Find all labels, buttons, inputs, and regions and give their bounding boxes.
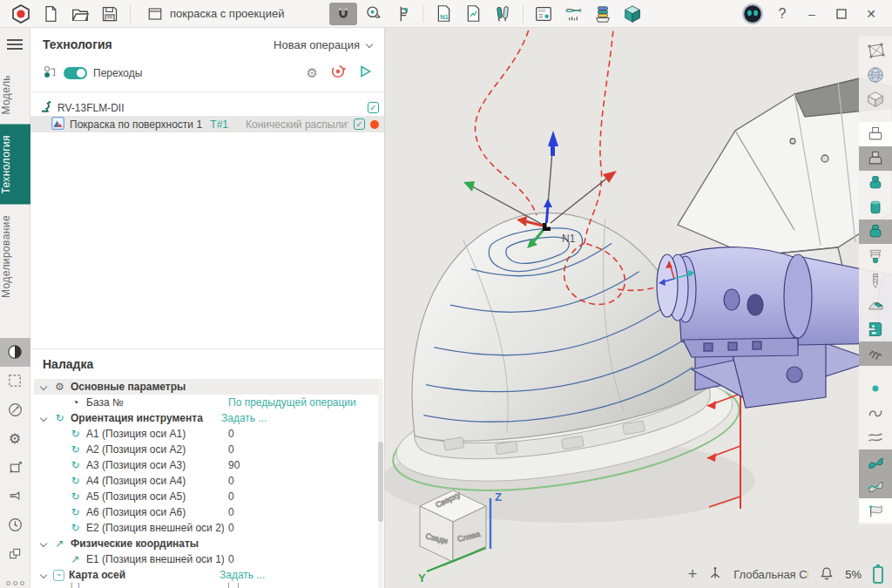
param-value[interactable]: 0 <box>228 443 234 456</box>
tool-striped-icon[interactable] <box>859 244 892 268</box>
windows-cascade-icon[interactable] <box>0 539 30 568</box>
transform-icon[interactable] <box>0 453 30 482</box>
param-row[interactable]: ↻Ориентация инструментаЗадать ... <box>30 410 384 426</box>
workpiece-icon[interactable] <box>859 293 892 317</box>
curve-icon[interactable] <box>859 401 892 425</box>
add-cs-button[interactable]: + <box>688 565 698 584</box>
tab-model[interactable]: Модель <box>0 64 30 125</box>
new-document-button[interactable] <box>37 3 64 25</box>
layers-stack-button[interactable] <box>589 3 617 25</box>
param-row[interactable]: ~Карта осейЗадать ... <box>30 567 384 583</box>
param-value[interactable]: 0 <box>228 428 234 440</box>
help-button[interactable]: ? <box>768 3 796 25</box>
active-cs-selector[interactable]: Глобальная СК <box>733 568 808 581</box>
surface-gradient-icon[interactable] <box>859 474 892 498</box>
overflow-dots-icon[interactable] <box>0 568 30 588</box>
checkbox-checked-icon[interactable]: ✓ <box>354 118 365 130</box>
param-group-header[interactable]: ⚙Основные параметры <box>34 379 381 395</box>
minimize-button[interactable]: – <box>798 3 826 25</box>
new-operation-dropdown[interactable]: Новая операция <box>274 38 372 51</box>
param-row[interactable]: ◔База №По предыдущей операции <box>30 395 384 410</box>
tool-holder-active-icon[interactable] <box>859 146 892 171</box>
assistant-robot-button[interactable] <box>739 3 767 25</box>
param-row[interactable]: ↻E2 (Позиция внешней оси 2)0 <box>30 520 384 536</box>
3d-model-button[interactable] <box>618 3 646 25</box>
rotate-icon: ↻ <box>69 443 82 456</box>
mesh-sphere-icon[interactable] <box>859 63 892 87</box>
param-value[interactable]: 0 <box>228 490 234 503</box>
surface-teal-icon[interactable] <box>859 449 892 474</box>
param-label: База № <box>86 396 224 409</box>
param-value[interactable]: По предыдущей операции <box>228 396 356 409</box>
param-row[interactable]: ↗Физические координаты <box>30 536 384 551</box>
param-row[interactable]: ↗E1 (Позиция внешней оси 1)0 <box>30 551 384 567</box>
control-panel-button[interactable] <box>530 3 558 25</box>
param-value[interactable]: 0 <box>228 506 234 518</box>
document-tab[interactable]: покраска с проекцией <box>137 6 294 22</box>
tool-drill-icon[interactable] <box>859 268 892 293</box>
tool-cylinder-teal-icon[interactable] <box>859 195 892 220</box>
recalculate-icon[interactable] <box>330 64 346 82</box>
measure-tape-button[interactable] <box>359 3 387 25</box>
app-logo-icon[interactable] <box>7 3 35 25</box>
param-row[interactable]: ↻A4 (Позиция оси A4)0 <box>30 473 384 489</box>
zoom-level[interactable]: 5% <box>845 568 862 581</box>
tool-teal-2-icon[interactable] <box>859 220 892 244</box>
tool-teal-icon[interactable] <box>859 171 892 195</box>
param-row[interactable]: ▢ <box>30 583 384 588</box>
tab-simulation[interactable]: Моделирование <box>0 205 30 308</box>
operation-settings-gear-icon[interactable]: ⚙ <box>307 65 318 81</box>
render-mode-icon[interactable] <box>0 338 30 367</box>
main-menu-button[interactable] <box>7 37 23 52</box>
mesh-box-icon[interactable] <box>859 87 892 112</box>
selection-filter-icon[interactable] <box>0 367 30 395</box>
open-document-button[interactable] <box>66 3 94 25</box>
param-action-link[interactable]: Задать ... <box>220 569 265 581</box>
spray-tool-icon[interactable] <box>0 482 30 510</box>
param-value[interactable]: 0 <box>228 522 234 534</box>
machine-icon[interactable] <box>859 317 892 341</box>
magnet-snap-button[interactable] <box>329 3 357 25</box>
checkbox-unchecked-icon[interactable] <box>228 583 239 588</box>
time-gauge-icon[interactable] <box>0 510 30 539</box>
hatch-icon[interactable] <box>859 341 892 366</box>
graphs-button[interactable] <box>559 3 587 25</box>
coordinate-system-icon[interactable] <box>708 566 722 583</box>
save-document-button[interactable] <box>96 3 124 25</box>
point-icon[interactable] <box>859 376 892 401</box>
param-row[interactable]: ↻A5 (Позиция оси A5)0 <box>30 489 384 504</box>
tab-technology[interactable]: Технология <box>0 125 30 205</box>
mesh-plane-icon[interactable] <box>859 38 892 63</box>
close-button[interactable]: ✕ <box>857 3 885 25</box>
axis-z-label: Z <box>495 490 502 504</box>
param-value[interactable]: 0 <box>228 475 234 487</box>
param-row[interactable]: ↻A2 (Позиция оси A2)0 <box>30 442 384 457</box>
checkbox-checked-icon[interactable]: ✓ <box>368 102 379 113</box>
tools-library-button[interactable] <box>489 3 517 25</box>
transitions-toggle[interactable] <box>64 67 87 79</box>
compass-icon[interactable] <box>0 395 30 424</box>
nc-program-button[interactable]: N1 <box>429 3 457 25</box>
maximize-button[interactable] <box>828 3 855 25</box>
notifications-bell-icon[interactable] <box>820 566 834 584</box>
tool-holder-icon[interactable] <box>859 122 892 146</box>
viewport-3d[interactable]: N1 Сверху Сзади Слева Z Y <box>385 28 892 588</box>
rotate-icon: ↻ <box>69 506 82 518</box>
tree-row-machine[interactable]: RV-13FLM-DII ✓ <box>30 99 384 116</box>
panel-scrollbar[interactable] <box>378 379 383 588</box>
param-row[interactable]: ↻A6 (Позиция оси A6)0 <box>30 504 384 520</box>
rotate-icon: ↻ <box>53 412 66 424</box>
curves-double-icon[interactable] <box>859 425 892 449</box>
tree-row-operation[interactable]: Покраска по поверхности 1 T#1 Конический… <box>30 116 384 132</box>
run-simulation-play-icon[interactable] <box>358 64 372 81</box>
report-document-button[interactable] <box>459 3 487 25</box>
param-row[interactable]: ↻A1 (Позиция оси A1)0 <box>30 426 384 442</box>
param-value[interactable]: 0 <box>228 553 234 565</box>
scene-canvas[interactable]: N1 Сверху Сзади Слева Z Y <box>385 28 892 588</box>
param-row[interactable]: ↻A3 (Позиция оси A3)90 <box>30 457 384 473</box>
settings-gear-icon[interactable]: ⚙ <box>0 424 30 453</box>
caliper-button[interactable] <box>389 3 416 25</box>
param-action-link[interactable]: Задать ... <box>221 412 267 424</box>
param-value[interactable]: 90 <box>228 459 240 471</box>
surface-flag-icon[interactable] <box>859 498 892 523</box>
